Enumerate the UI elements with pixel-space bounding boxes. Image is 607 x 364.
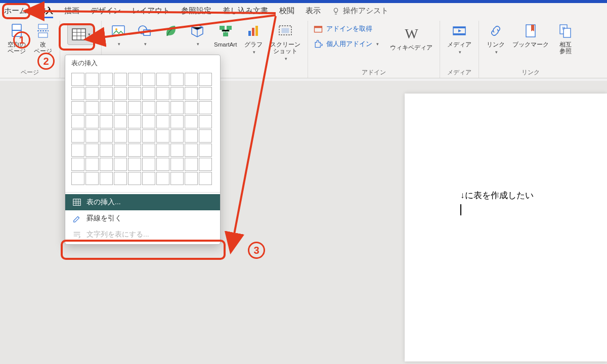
grid-cell[interactable] bbox=[199, 87, 212, 100]
grid-cell[interactable] bbox=[114, 129, 127, 143]
grid-cell[interactable] bbox=[128, 101, 141, 114]
link-button[interactable]: リンク ▾ bbox=[484, 21, 507, 56]
grid-cell[interactable] bbox=[71, 115, 84, 128]
tab-mailings[interactable]: 差し込み文書 bbox=[223, 6, 268, 16]
grid-cell[interactable] bbox=[170, 87, 184, 100]
shapes-button[interactable]: ▾ bbox=[133, 21, 156, 48]
grid-cell[interactable] bbox=[114, 101, 127, 114]
grid-cell[interactable] bbox=[142, 158, 155, 171]
grid-cell[interactable] bbox=[114, 144, 127, 157]
grid-cell[interactable] bbox=[185, 158, 198, 171]
blank-page-button[interactable]: 空白の ページ bbox=[5, 21, 28, 56]
smartart-button[interactable]: SmartArt bbox=[212, 21, 239, 49]
grid-cell[interactable] bbox=[156, 101, 169, 114]
grid-cell[interactable] bbox=[156, 115, 169, 128]
insert-table-button[interactable]: ▾ bbox=[67, 24, 94, 45]
grid-cell[interactable] bbox=[156, 144, 169, 157]
grid-cell[interactable] bbox=[142, 172, 155, 185]
grid-cell[interactable] bbox=[128, 172, 141, 185]
grid-cell[interactable] bbox=[85, 158, 99, 171]
grid-cell[interactable] bbox=[85, 73, 99, 86]
grid-cell[interactable] bbox=[170, 172, 184, 185]
grid-cell[interactable] bbox=[114, 172, 127, 185]
grid-cell[interactable] bbox=[100, 144, 113, 157]
grid-cell[interactable] bbox=[128, 115, 141, 128]
grid-cell[interactable] bbox=[170, 158, 184, 171]
bookmark-button[interactable]: ブックマーク bbox=[510, 21, 551, 49]
wikipedia-button[interactable]: W ウィキペディア bbox=[388, 24, 435, 52]
grid-cell[interactable] bbox=[156, 172, 169, 185]
grid-cell[interactable] bbox=[199, 172, 212, 185]
grid-cell[interactable] bbox=[170, 129, 184, 143]
grid-cell[interactable] bbox=[71, 158, 84, 171]
grid-cell[interactable] bbox=[100, 101, 113, 114]
grid-cell[interactable] bbox=[128, 73, 141, 86]
table-size-grid[interactable] bbox=[65, 70, 220, 192]
pictures-button[interactable]: ▾ bbox=[107, 21, 130, 48]
grid-cell[interactable] bbox=[170, 101, 184, 114]
grid-cell[interactable] bbox=[156, 73, 169, 86]
grid-cell[interactable] bbox=[142, 129, 155, 143]
grid-cell[interactable] bbox=[100, 115, 113, 128]
grid-cell[interactable] bbox=[185, 129, 198, 143]
icons-button[interactable] bbox=[159, 21, 183, 41]
3d-models-button[interactable]: ▾ bbox=[186, 21, 209, 48]
grid-cell[interactable] bbox=[199, 158, 212, 171]
grid-cell[interactable] bbox=[156, 129, 169, 143]
menu-insert-table[interactable]: 表の挿入... bbox=[65, 194, 220, 210]
tab-insert[interactable]: 挿入 bbox=[38, 6, 53, 16]
grid-cell[interactable] bbox=[85, 172, 99, 185]
grid-cell[interactable] bbox=[156, 158, 169, 171]
tab-view[interactable]: 表示 bbox=[306, 6, 321, 16]
grid-cell[interactable] bbox=[114, 73, 127, 86]
get-addins-button[interactable]: アドインを取得 bbox=[313, 24, 379, 34]
grid-cell[interactable] bbox=[170, 73, 184, 86]
tab-home[interactable]: ホーム bbox=[4, 6, 27, 16]
grid-cell[interactable] bbox=[185, 73, 198, 86]
grid-cell[interactable] bbox=[199, 73, 212, 86]
grid-cell[interactable] bbox=[142, 73, 155, 86]
grid-cell[interactable] bbox=[100, 172, 113, 185]
grid-cell[interactable] bbox=[128, 129, 141, 143]
tab-layout[interactable]: レイアウト bbox=[132, 6, 170, 16]
chart-button[interactable]: グラフ ▾ bbox=[242, 21, 265, 56]
grid-cell[interactable] bbox=[185, 144, 198, 157]
grid-cell[interactable] bbox=[71, 129, 84, 143]
grid-cell[interactable] bbox=[142, 144, 155, 157]
tab-draw[interactable]: 描画 bbox=[64, 6, 79, 16]
grid-cell[interactable] bbox=[185, 115, 198, 128]
grid-cell[interactable] bbox=[71, 87, 84, 100]
page-break-button[interactable]: 改 ページ bbox=[31, 21, 55, 56]
tell-me[interactable]: 操作アシスト bbox=[332, 6, 388, 16]
menu-draw-table[interactable]: 罫線を引く bbox=[65, 210, 220, 226]
crossref-button[interactable]: 相互 参照 bbox=[554, 21, 577, 56]
grid-cell[interactable] bbox=[71, 172, 84, 185]
grid-cell[interactable] bbox=[100, 129, 113, 143]
grid-cell[interactable] bbox=[156, 87, 169, 100]
grid-cell[interactable] bbox=[128, 144, 141, 157]
screenshot-button[interactable]: スクリーン ショット ▾ bbox=[268, 21, 302, 62]
grid-cell[interactable] bbox=[85, 115, 99, 128]
grid-cell[interactable] bbox=[85, 101, 99, 114]
tab-references[interactable]: 参照設定 bbox=[181, 6, 211, 16]
grid-cell[interactable] bbox=[142, 115, 155, 128]
grid-cell[interactable] bbox=[199, 144, 212, 157]
grid-cell[interactable] bbox=[100, 158, 113, 171]
document-page[interactable]: ↓に表を作成したい bbox=[405, 94, 607, 361]
grid-cell[interactable] bbox=[170, 115, 184, 128]
tab-review[interactable]: 校閲 bbox=[279, 6, 294, 16]
grid-cell[interactable] bbox=[71, 144, 84, 157]
my-addins-button[interactable]: 個人用アドイン ▾ bbox=[313, 39, 379, 49]
grid-cell[interactable] bbox=[85, 144, 99, 157]
grid-cell[interactable] bbox=[128, 158, 141, 171]
grid-cell[interactable] bbox=[199, 115, 212, 128]
grid-cell[interactable] bbox=[170, 144, 184, 157]
grid-cell[interactable] bbox=[114, 115, 127, 128]
grid-cell[interactable] bbox=[71, 73, 84, 86]
grid-cell[interactable] bbox=[199, 101, 212, 114]
grid-cell[interactable] bbox=[199, 129, 212, 143]
grid-cell[interactable] bbox=[100, 73, 113, 86]
grid-cell[interactable] bbox=[185, 172, 198, 185]
tab-design[interactable]: デザイン bbox=[91, 6, 121, 16]
grid-cell[interactable] bbox=[100, 87, 113, 100]
